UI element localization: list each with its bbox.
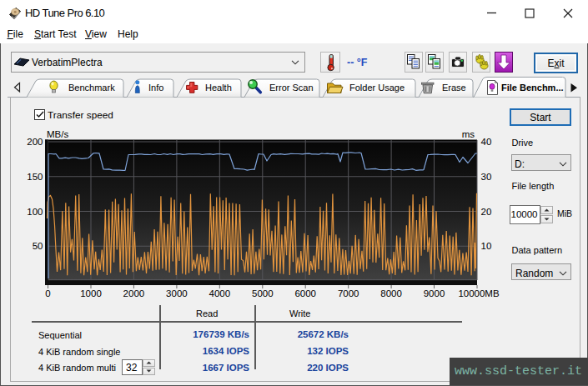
svg-text:20: 20 <box>481 207 492 217</box>
svg-text:3000: 3000 <box>166 288 188 298</box>
svg-text:9000: 9000 <box>424 288 445 298</box>
svg-text:4000: 4000 <box>209 288 231 298</box>
svg-text:200: 200 <box>27 137 43 147</box>
svg-text:0: 0 <box>45 288 50 298</box>
svg-text:50: 50 <box>33 241 43 251</box>
svg-text:6000: 6000 <box>294 288 316 298</box>
svg-text:MB/s: MB/s <box>47 129 68 139</box>
svg-text:30: 30 <box>481 172 492 182</box>
svg-text:5000: 5000 <box>252 288 274 298</box>
svg-text:40: 40 <box>481 137 492 147</box>
svg-text:10000MB: 10000MB <box>458 288 500 298</box>
svg-text:ms: ms <box>462 129 475 139</box>
svg-text:1000: 1000 <box>80 288 102 298</box>
svg-text:7000: 7000 <box>338 288 359 298</box>
svg-text:2000: 2000 <box>123 288 145 298</box>
svg-text:100: 100 <box>27 207 43 217</box>
svg-text:8000: 8000 <box>380 288 402 298</box>
svg-text:10: 10 <box>481 241 492 251</box>
svg-text:150: 150 <box>27 172 43 182</box>
